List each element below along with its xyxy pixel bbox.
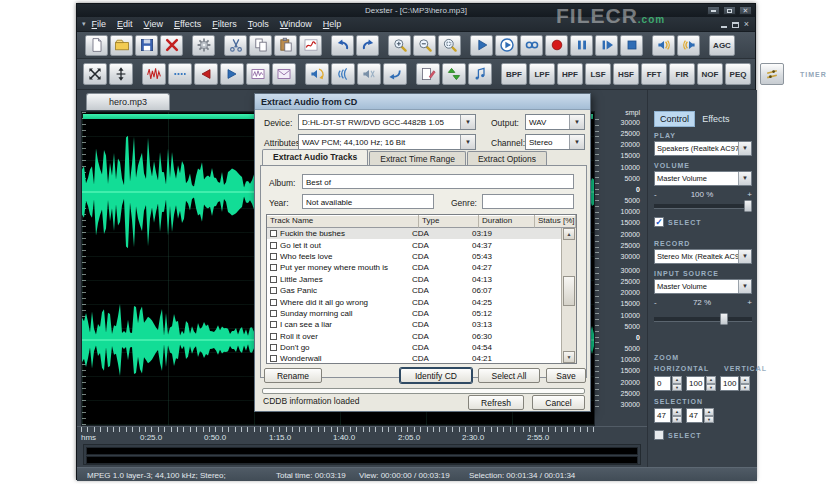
hsf-filter-button[interactable]: HSF: [613, 63, 639, 85]
noise-reduction-icon[interactable]: [357, 63, 381, 85]
rename-button[interactable]: Rename: [264, 368, 322, 383]
menu-edit[interactable]: Edit: [117, 19, 133, 29]
track-checkbox[interactable]: [270, 264, 277, 271]
minimize-icon[interactable]: [707, 6, 720, 15]
bpf-filter-button[interactable]: BPF: [501, 63, 527, 85]
volume-up-icon[interactable]: [652, 35, 675, 56]
lpf-filter-button[interactable]: LPF: [529, 63, 555, 85]
table-row[interactable]: Little JamesCDA04:13: [267, 274, 561, 285]
record-device-select[interactable]: Stereo Mix (Realtek AC97 A▼: [654, 249, 752, 264]
cut-icon[interactable]: [224, 35, 247, 56]
table-row[interactable]: Where did it all go wrongCDA04:25: [267, 296, 561, 307]
track-checkbox[interactable]: [270, 321, 277, 328]
spin-up-icon[interactable]: ▲: [704, 408, 714, 416]
dropdown-arrow-icon[interactable]: ▼: [460, 115, 475, 129]
table-row[interactable]: Don't goCDA04:54: [267, 342, 561, 353]
selection-end-stepper[interactable]: 47 ▲▼: [686, 408, 714, 423]
dropdown-arrow-icon[interactable]: ▼: [738, 172, 751, 185]
copy-icon[interactable]: [249, 35, 272, 56]
chevron-down-icon[interactable]: ▾: [82, 20, 86, 28]
play-all-icon[interactable]: [495, 35, 518, 56]
lsf-filter-button[interactable]: LSF: [585, 63, 611, 85]
wave-red-icon[interactable]: [142, 63, 166, 85]
table-row[interactable]: Gas PanicCDA06:07: [267, 285, 561, 296]
save-button[interactable]: Save: [546, 368, 586, 383]
track-list-scrollbar[interactable]: ▲ ▼: [561, 228, 576, 363]
input-source-select[interactable]: Master Volume▼: [654, 279, 752, 294]
select-all-button[interactable]: Select All: [478, 368, 540, 383]
zoom-h-start-value[interactable]: 0: [654, 376, 671, 391]
dropdown-arrow-icon[interactable]: ▼: [738, 142, 751, 155]
tab-extract-options[interactable]: Extract Options: [467, 151, 547, 165]
zoom-in-icon[interactable]: [388, 35, 411, 56]
scroll-down-icon[interactable]: ▼: [563, 351, 575, 363]
pause-icon[interactable]: [570, 35, 593, 56]
column-header[interactable]: Track Name: [267, 215, 419, 228]
column-header[interactable]: Type: [419, 215, 479, 228]
fit-vertical-icon[interactable]: [109, 63, 133, 85]
spin-down-icon[interactable]: ▼: [706, 384, 716, 392]
genre-field[interactable]: [482, 194, 574, 209]
spin-up-icon[interactable]: ▲: [672, 408, 682, 416]
spin-up-icon[interactable]: ▲: [740, 376, 750, 384]
column-header[interactable]: Duration: [479, 215, 535, 228]
track-checkbox[interactable]: [270, 355, 277, 362]
volume-minus[interactable]: -: [654, 190, 657, 199]
refresh-button[interactable]: Refresh: [468, 395, 524, 410]
scrollbar-thumb[interactable]: [563, 276, 575, 306]
save-file-icon[interactable]: [135, 35, 158, 56]
table-row[interactable]: Roll it overCDA06:30: [267, 331, 561, 342]
select-checkbox-2[interactable]: ✓: [654, 430, 664, 440]
dropdown-arrow-icon[interactable]: ▼: [738, 250, 751, 263]
zoom-horizontal-stepper[interactable]: 100 ▲▼: [686, 376, 716, 391]
output-select[interactable]: WAV▼: [525, 114, 585, 130]
cancel-button[interactable]: Cancel: [532, 395, 585, 410]
spin-up-icon[interactable]: ▲: [672, 376, 682, 384]
time-ruler[interactable]: hms0:25.00:50.01:15.01:40.02:05.02:30.02…: [77, 426, 647, 442]
maximize-icon[interactable]: [723, 6, 736, 15]
fir-filter-button[interactable]: FIR: [669, 63, 695, 85]
music-note-icon[interactable]: [468, 63, 492, 85]
menu-view[interactable]: View: [144, 19, 163, 29]
table-row[interactable]: WonderwallCDA04:21: [267, 353, 561, 363]
selection-start-value[interactable]: 47: [654, 408, 671, 423]
open-file-icon[interactable]: [110, 35, 133, 56]
close-file-icon[interactable]: [160, 35, 183, 56]
sound-waves-icon[interactable]: [331, 63, 355, 85]
mdi-restore-icon[interactable]: [732, 22, 739, 28]
send-mail-icon[interactable]: [272, 63, 296, 85]
mdi-minimize-icon[interactable]: [721, 26, 727, 28]
revert-icon[interactable]: [383, 63, 407, 85]
zoom-horizontal-start-stepper[interactable]: 0 ▲▼: [654, 376, 682, 391]
track-checkbox[interactable]: [270, 299, 277, 306]
track-checkbox[interactable]: [270, 276, 277, 283]
spin-up-icon[interactable]: ▲: [706, 376, 716, 384]
dropdown-arrow-icon[interactable]: ▼: [569, 135, 584, 149]
tab-control[interactable]: Control: [654, 111, 695, 127]
overview-strip-right[interactable]: [86, 456, 638, 464]
scroll-left-icon[interactable]: [194, 63, 218, 85]
record-slider-thumb[interactable]: [720, 313, 728, 325]
peq-filter-button[interactable]: PEQ: [725, 63, 751, 85]
maximize-wave-icon[interactable]: [83, 63, 107, 85]
track-checkbox[interactable]: [270, 242, 277, 249]
volume-slider-thumb[interactable]: [744, 200, 752, 212]
settings-gear-icon[interactable]: [192, 35, 215, 56]
zoom-v-value[interactable]: 100: [720, 376, 739, 391]
menu-window[interactable]: Window: [280, 19, 312, 29]
sort-arrows-icon[interactable]: [442, 63, 466, 85]
spin-down-icon[interactable]: ▼: [672, 384, 682, 392]
dropdown-arrow-icon[interactable]: ▼: [460, 135, 475, 149]
table-row[interactable]: Who feels loveCDA05:43: [267, 251, 561, 262]
table-row[interactable]: Sunday morning callCDA05:12: [267, 308, 561, 319]
zoom-vertical-stepper[interactable]: 100 ▲▼: [720, 376, 750, 391]
scroll-up-icon[interactable]: ▲: [563, 228, 575, 240]
record-minus[interactable]: -: [654, 298, 657, 307]
play-device-select[interactable]: Speakers (Realtek AC97 Au▼: [654, 141, 752, 156]
zoom-h-value[interactable]: 100: [686, 376, 705, 391]
track-checkbox[interactable]: [270, 253, 277, 260]
track-checkbox[interactable]: [270, 344, 277, 351]
identify-cd-button[interactable]: Identify CD: [400, 368, 472, 383]
volume-slider[interactable]: [654, 204, 752, 209]
hpf-filter-button[interactable]: HPF: [557, 63, 583, 85]
